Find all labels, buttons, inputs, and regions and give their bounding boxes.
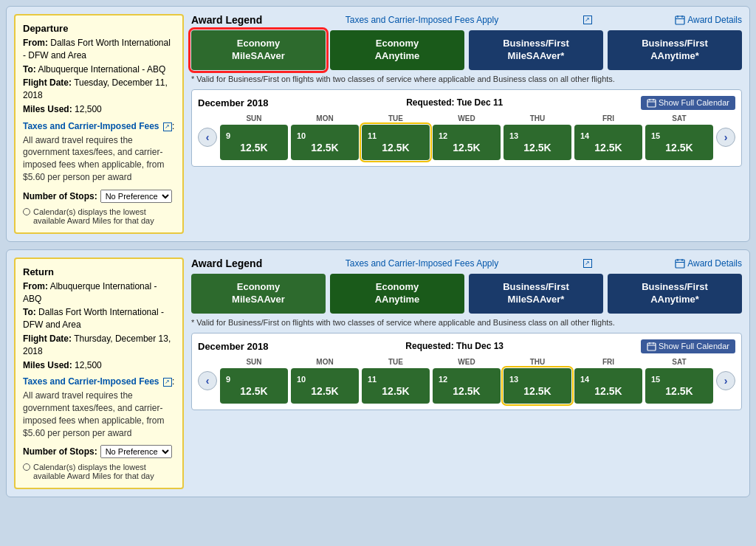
return-calendar-icon xyxy=(647,342,656,351)
departure-legend-boxes: EconomyMileSAAver EconomyAAnytime Busine… xyxy=(191,30,742,70)
departure-award-details-link[interactable]: Award Details xyxy=(675,15,742,25)
to-label: To: xyxy=(23,64,36,75)
return-valid-note: * Valid for Business/First on flights wi… xyxy=(191,318,742,327)
departure-day-cell-sun[interactable]: 9 12.5K xyxy=(220,125,288,160)
return-day-miles-wed: 12.5K xyxy=(453,385,480,397)
day-miles-sat: 12.5K xyxy=(665,142,693,153)
departure-day-fri: FRI 14 12.5K xyxy=(574,114,642,160)
departure-day-thu: THU 13 12.5K xyxy=(504,114,571,160)
departure-show-full-calendar-btn[interactable]: Show Full Calendar xyxy=(641,96,735,110)
return-day-header-thu: THU xyxy=(504,358,571,366)
departure-miles-used: Miles Used: 12,500 xyxy=(23,103,175,116)
day-header-wed: WED xyxy=(433,114,501,122)
day-header-mon: MON xyxy=(291,114,359,122)
legend-business-saver[interactable]: Business/FirstMileSAAver* xyxy=(469,30,603,70)
from-label: From: xyxy=(23,38,48,48)
return-miles-used-label: Miles Used: xyxy=(23,360,72,370)
return-legend-business-saver[interactable]: Business/FirstMileSAAver* xyxy=(469,274,603,314)
return-legend-economy-saver[interactable]: EconomyMileSAAver xyxy=(191,274,326,314)
return-section: Return From: Albuquerque International -… xyxy=(6,249,750,498)
departure-show-full-calendar-label: Show Full Calendar xyxy=(659,98,729,107)
legend-business-anytime[interactable]: Business/FirstAAnytime* xyxy=(608,30,742,70)
departure-day-mon: MON 10 12.5K xyxy=(291,114,359,160)
departure-days-grid: SUN 9 12.5K MON 10 12.5K xyxy=(220,114,713,160)
departure-day-cell-wed[interactable]: 12 12.5K xyxy=(433,125,501,160)
return-taxes-link[interactable]: Taxes and Carrier-Imposed Fees xyxy=(23,376,159,387)
return-taxes-desc: All award travel requires the government… xyxy=(23,390,175,439)
svg-rect-8 xyxy=(676,260,684,268)
return-day-cell-sat[interactable]: 15 12.5K xyxy=(645,368,713,404)
return-day-cell-sun[interactable]: 9 12.5K xyxy=(220,368,288,404)
return-flight-date: Flight Date: Thursday, December 13, 2018 xyxy=(23,333,175,358)
return-calendar-requested: Requested: Thu Dec 13 xyxy=(405,341,504,351)
return-days-grid: SUN 9 12.5K MON 10 12.5K xyxy=(220,358,713,404)
day-header-fri: FRI xyxy=(574,114,642,122)
return-stops-row: Number of Stops: No Preference Nonstop 1… xyxy=(23,445,175,458)
departure-taxes-row: Taxes and Carrier-Imposed Fees ↗: xyxy=(23,120,175,133)
departure-taxes-link[interactable]: Taxes and Carrier-Imposed Fees xyxy=(23,121,159,131)
return-legend-business-anytime[interactable]: Business/FirstAAnytime* xyxy=(608,274,742,314)
return-to: To: Dallas Fort Worth International - DF… xyxy=(23,306,175,331)
return-day-miles-fri: 12.5K xyxy=(594,385,622,397)
return-right-panel: Award Legend Taxes and Carrier-Imposed F… xyxy=(191,258,742,490)
return-stops-label: Number of Stops: xyxy=(23,446,97,457)
return-calendar: December 2018 Requested: Thu Dec 13 Show… xyxy=(191,333,742,410)
departure-section: Departure From: Dallas Fort Worth Intern… xyxy=(6,6,750,242)
return-legend-economy-anytime[interactable]: EconomyAAnytime xyxy=(330,274,464,314)
return-taxes-ext-icon: ↗ xyxy=(163,378,172,387)
return-radio-icon xyxy=(23,463,30,471)
return-prev-arrow[interactable]: ‹ xyxy=(198,371,217,390)
return-day-cell-tue[interactable]: 11 12.5K xyxy=(362,368,430,404)
departure-calendar-month: December 2018 xyxy=(198,97,268,108)
day-header-sat: SAT xyxy=(645,114,713,122)
departure-day-cell-fri[interactable]: 14 12.5K xyxy=(574,125,642,160)
day-header-tue: TUE xyxy=(362,114,430,122)
return-day-num-sun: 9 xyxy=(226,375,230,384)
return-day-sun: SUN 9 12.5K xyxy=(220,358,288,404)
departure-title: Departure xyxy=(23,23,175,34)
return-day-cell-mon[interactable]: 10 12.5K xyxy=(291,368,359,404)
return-day-miles-tue: 12.5K xyxy=(382,385,409,397)
return-legend-boxes: EconomyMileSAAver EconomyAAnytime Busine… xyxy=(191,274,742,314)
return-day-cell-wed[interactable]: 12 12.5K xyxy=(433,368,501,404)
day-header-sun: SUN xyxy=(220,114,288,122)
return-day-header-tue: TUE xyxy=(362,358,430,366)
departure-taxes-header-link[interactable]: Taxes and Carrier-Imposed Fees Apply xyxy=(346,15,498,25)
return-day-header-mon: MON xyxy=(291,358,359,366)
return-info-panel: Return From: Albuquerque International -… xyxy=(14,258,184,490)
return-calendar-small-icon xyxy=(675,258,685,269)
return-to-value: Dallas Fort Worth International - DFW an… xyxy=(23,307,164,330)
return-day-miles-thu: 12.5K xyxy=(523,385,551,397)
departure-calendar-requested: Requested: Tue Dec 11 xyxy=(406,97,503,108)
day-miles-mon: 12.5K xyxy=(311,142,338,153)
flight-date-label: Flight Date: xyxy=(23,77,72,88)
return-calendar-note-text: Calendar(s) displays the lowest availabl… xyxy=(33,463,175,480)
return-day-fri: FRI 14 12.5K xyxy=(574,358,642,404)
stops-select[interactable]: No Preference Nonstop 1 Stop xyxy=(100,190,172,203)
return-day-cell-thu[interactable]: 13 12.5K xyxy=(504,368,571,404)
departure-day-cell-thu[interactable]: 13 12.5K xyxy=(504,125,571,160)
return-day-num-thu: 13 xyxy=(509,375,518,384)
departure-legend-title: Award Legend xyxy=(191,14,262,26)
return-miles-used-value: 12,500 xyxy=(75,360,102,370)
return-taxes-header-link[interactable]: Taxes and Carrier-Imposed Fees Apply xyxy=(346,258,498,269)
return-next-arrow[interactable]: › xyxy=(716,371,735,390)
departure-prev-arrow[interactable]: ‹ xyxy=(198,128,217,147)
departure-right-panel: Award Legend Taxes and Carrier-Imposed F… xyxy=(191,14,742,234)
departure-day-cell-sat[interactable]: 15 12.5K xyxy=(645,125,713,160)
departure-day-sun: SUN 9 12.5K xyxy=(220,114,288,160)
return-day-cell-fri[interactable]: 14 12.5K xyxy=(574,368,642,404)
return-show-full-calendar-btn[interactable]: Show Full Calendar xyxy=(641,339,735,353)
departure-day-cell-tue[interactable]: 11 12.5K xyxy=(362,125,430,160)
legend-economy-anytime[interactable]: EconomyAAnytime xyxy=(330,30,464,70)
departure-day-cell-mon[interactable]: 10 12.5K xyxy=(291,125,359,160)
return-taxes-row: Taxes and Carrier-Imposed Fees ↗: xyxy=(23,376,175,388)
return-day-sat: SAT 15 12.5K xyxy=(645,358,713,404)
departure-valid-note: * Valid for Business/First on flights wi… xyxy=(191,75,742,83)
return-award-details-link[interactable]: Award Details xyxy=(675,258,742,269)
legend-economy-saver[interactable]: EconomyMileSAAver xyxy=(191,30,326,70)
radio-icon xyxy=(23,208,30,215)
return-from-label: From: xyxy=(23,281,48,291)
return-stops-select[interactable]: No Preference Nonstop 1 Stop xyxy=(100,445,172,458)
departure-next-arrow[interactable]: › xyxy=(716,128,735,147)
